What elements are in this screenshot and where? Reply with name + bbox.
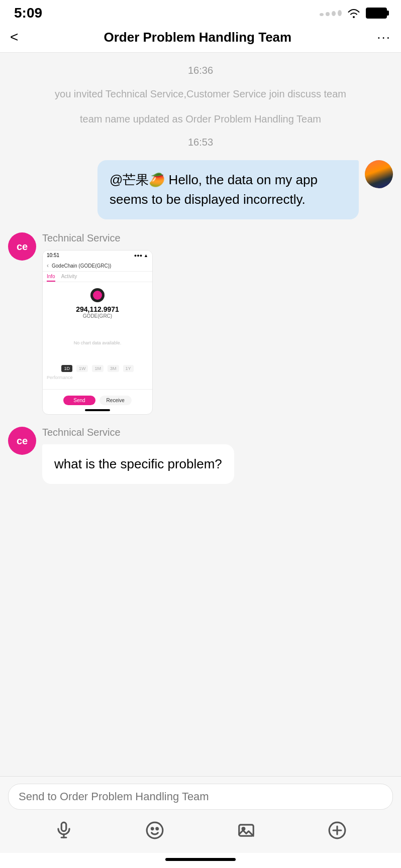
sc-tf-1w[interactable]: 1W <box>76 365 88 372</box>
sc-amount: 294,112.9971 <box>76 305 119 313</box>
msg-content-2: Technical Service what is the specific p… <box>42 427 234 484</box>
sc-tf-1y[interactable]: 1Y <box>123 365 134 372</box>
sender-avatar-2: ce <box>8 427 36 455</box>
sc-tabs: Info Activity <box>43 272 152 282</box>
timestamp-1: 16:36 <box>8 65 393 76</box>
bottom-bar <box>0 776 401 853</box>
sc-symbol: GODE(GRC) <box>83 313 112 319</box>
status-icons <box>320 8 387 19</box>
sc-receive-button[interactable]: Receive <box>99 396 132 405</box>
action-row <box>8 810 393 848</box>
sc-status-icons: ●●● ▲ <box>134 253 148 258</box>
sc-header: ‹ GodeChain (GODE(GRC)) <box>43 260 152 272</box>
sc-tf-1m[interactable]: 1M <box>92 365 104 372</box>
sender-name-2: Technical Service <box>42 427 234 438</box>
outgoing-bubble-text: @芒果🥭 Hello, the data on my app seems to … <box>97 160 359 219</box>
msg-content-1: Technical Service 10:51 ●●● ▲ ‹ GodeChai… <box>42 232 153 415</box>
sc-coin-inner <box>93 291 102 300</box>
sc-send-button[interactable]: Send <box>63 396 95 405</box>
sc-status-bar: 10:51 ●●● ▲ <box>43 251 152 260</box>
signal-icon <box>320 10 342 16</box>
chat-area: 16:36 you invited Technical Service,Cust… <box>0 53 401 776</box>
sc-timeframes: 1D 1W 1M 3M 1Y <box>61 365 133 372</box>
sc-coin-icon <box>90 288 105 302</box>
sc-title: GodeChain (GODE(GRC)) <box>52 263 111 269</box>
svg-point-4 <box>152 828 154 830</box>
nav-header: < Order Problem Handling Team ··· <box>0 24 401 53</box>
wifi-icon <box>347 8 361 19</box>
incoming-group-1: ce Technical Service 10:51 ●●● ▲ ‹ GodeC… <box>8 232 393 415</box>
home-indicator-bar <box>0 853 401 868</box>
avatar <box>365 160 393 188</box>
sender-initials-2: ce <box>17 435 28 447</box>
battery-icon <box>366 8 387 19</box>
chat-spacer <box>8 493 393 766</box>
sender-initials-1: ce <box>17 241 28 253</box>
svg-point-7 <box>242 827 245 830</box>
mic-icon <box>54 821 73 840</box>
svg-rect-0 <box>61 822 66 831</box>
sc-no-chart: No chart data available. <box>74 340 122 345</box>
plus-button[interactable] <box>325 818 350 843</box>
sc-tab-info[interactable]: Info <box>47 274 55 282</box>
sc-body: 294,112.9971 GODE(GRC) No chart data ava… <box>43 282 152 386</box>
mic-button[interactable] <box>51 818 76 843</box>
avatar-image <box>365 160 393 188</box>
message-input[interactable] <box>19 790 382 803</box>
outgoing-message: @芒果🥭 Hello, the data on my app seems to … <box>8 160 393 219</box>
sc-tab-activity[interactable]: Activity <box>61 274 77 282</box>
emoji-button[interactable] <box>142 818 167 843</box>
sc-tf-3m[interactable]: 3M <box>108 365 119 372</box>
timestamp-2: 16:53 <box>8 137 393 148</box>
sc-tf-1d[interactable]: 1D <box>61 365 72 372</box>
sender-name-1: Technical Service <box>42 232 153 244</box>
status-bar: 5:09 <box>0 0 401 24</box>
sc-chart-area: No chart data available. <box>47 323 148 363</box>
system-msg-1: you invited Technical Service,Customer S… <box>16 86 385 101</box>
sender-avatar-1: ce <box>8 232 36 261</box>
plus-icon <box>328 821 347 840</box>
more-button[interactable]: ··· <box>377 30 391 45</box>
sc-time: 10:51 <box>47 253 59 258</box>
home-bar <box>165 858 236 861</box>
input-row <box>8 784 393 810</box>
svg-point-3 <box>147 822 163 838</box>
image-button[interactable] <box>234 818 259 843</box>
screenshot-card[interactable]: 10:51 ●●● ▲ ‹ GodeChain (GODE(GRC)) Info… <box>42 250 153 415</box>
sc-performance-label: Performance <box>47 375 73 380</box>
incoming-group-2: ce Technical Service what is the specifi… <box>8 427 393 484</box>
system-msg-2: team name updated as Order Problem Handl… <box>16 111 385 127</box>
back-button[interactable]: < <box>10 29 18 45</box>
sc-home-indicator <box>85 409 110 411</box>
svg-point-5 <box>156 828 158 830</box>
emoji-icon <box>145 821 164 840</box>
status-time: 5:09 <box>14 5 42 21</box>
sc-divider <box>43 389 152 390</box>
header-title: Order Problem Handling Team <box>18 30 377 45</box>
incoming-bubble-text: what is the specific problem? <box>42 444 234 484</box>
sc-actions: Send Receive <box>43 393 152 407</box>
image-icon <box>237 821 256 840</box>
